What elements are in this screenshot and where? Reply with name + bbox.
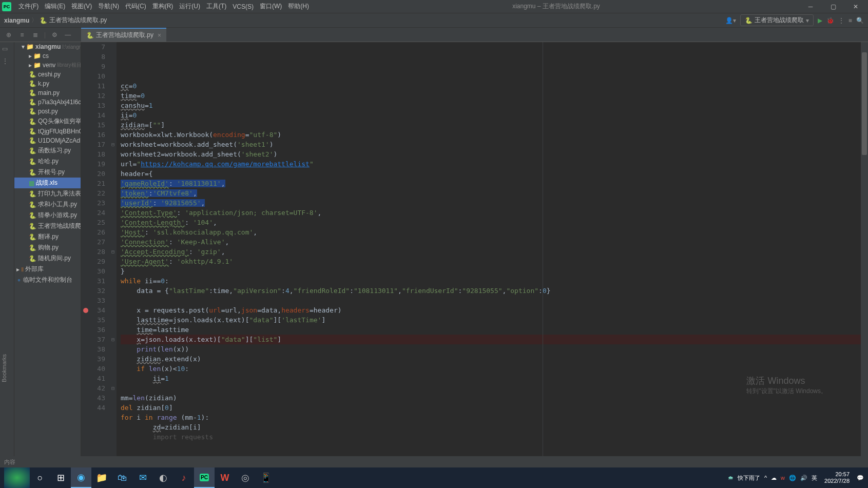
- fold-indicator[interactable]: [109, 198, 117, 208]
- menu-vcs[interactable]: VCS(S): [229, 3, 257, 10]
- fold-indicator[interactable]: [109, 227, 117, 237]
- menu-tools[interactable]: 工具(T): [203, 2, 229, 11]
- code-line[interactable]: lasttime=json.loads(x.text)["data"]['las…: [121, 315, 868, 325]
- minimize-button[interactable]: ─: [800, 0, 821, 13]
- code-line[interactable]: for i in range (mm-1):: [121, 413, 868, 422]
- line-number[interactable]: 17: [81, 140, 105, 149]
- fold-indicator[interactable]: [109, 257, 117, 266]
- tree-item[interactable]: 🐍p7ia3qAlxj41l6c: [14, 97, 81, 107]
- fold-indicator[interactable]: [109, 208, 117, 218]
- line-number[interactable]: 20: [81, 169, 105, 179]
- menu-window[interactable]: 窗口(W): [257, 2, 285, 11]
- stop-button[interactable]: ■: [848, 17, 852, 24]
- code-line[interactable]: print(len(x)): [121, 344, 868, 354]
- line-number[interactable]: 15: [81, 120, 105, 130]
- code-line[interactable]: header={: [121, 169, 868, 179]
- fold-indicator[interactable]: [109, 354, 117, 364]
- line-number[interactable]: 23: [81, 198, 105, 208]
- code-line[interactable]: x = requests.post(url=url,json=data,head…: [121, 305, 868, 315]
- fold-indicator[interactable]: [109, 374, 117, 383]
- line-number[interactable]: 9: [81, 62, 105, 71]
- mail-icon[interactable]: ✉: [132, 467, 153, 488]
- line-number[interactable]: 40: [81, 364, 105, 374]
- more-button[interactable]: ⋮: [838, 17, 844, 24]
- search-icon[interactable]: 🔍: [856, 17, 864, 24]
- menu-file[interactable]: 文件(F): [15, 2, 42, 11]
- line-number[interactable]: 35: [81, 315, 105, 325]
- close-tab-icon[interactable]: ×: [158, 32, 161, 39]
- menu-code[interactable]: 代码(C): [122, 2, 149, 11]
- code-line[interactable]: data = {"lastTime":time,"apiVersion":4,"…: [121, 286, 868, 296]
- code-line[interactable]: 'gameRoleId': '108113011',: [121, 179, 868, 188]
- fold-indicator[interactable]: [109, 188, 117, 198]
- menu-edit[interactable]: 编辑(E): [42, 2, 68, 11]
- line-number[interactable]: 29: [81, 257, 105, 266]
- tree-item[interactable]: 🐍开根号.py: [14, 167, 81, 178]
- code-line[interactable]: import requests: [121, 432, 868, 442]
- line-number[interactable]: 28: [81, 247, 105, 257]
- fold-indicator[interactable]: ⊟: [109, 140, 117, 149]
- line-number[interactable]: 41: [81, 374, 105, 383]
- tree-item[interactable]: 🐍main.py: [14, 88, 81, 97]
- add-user-icon[interactable]: 👤▾: [725, 17, 736, 24]
- menu-help[interactable]: 帮助(H): [285, 2, 312, 11]
- fold-indicator[interactable]: [109, 159, 117, 169]
- code-line[interactable]: 'Content-Length': '104',: [121, 218, 868, 227]
- tree-item[interactable]: ▦战绩.xls: [14, 178, 81, 188]
- code-line[interactable]: url="https://kohcamp.qq.com/game/morebat…: [121, 159, 868, 169]
- line-number[interactable]: 34: [81, 305, 105, 315]
- fold-indicator[interactable]: [109, 130, 117, 140]
- code-line[interactable]: 'Content-Type': 'application/json; chars…: [121, 208, 868, 218]
- fold-indicator[interactable]: [109, 218, 117, 227]
- tree-external-libs[interactable]: ▸ ⫴ 外部库: [14, 264, 81, 275]
- notification-icon[interactable]: 💬: [857, 475, 864, 481]
- fold-indicator[interactable]: [109, 62, 117, 71]
- line-number[interactable]: 26: [81, 227, 105, 237]
- expand-all-icon[interactable]: ≡: [17, 30, 27, 40]
- tree-item[interactable]: 🐍post.py: [14, 107, 81, 116]
- fold-indicator[interactable]: [109, 71, 117, 81]
- line-number[interactable]: 14: [81, 110, 105, 120]
- code-line[interactable]: zidian.extend(x): [121, 354, 868, 364]
- line-number[interactable]: 42: [81, 383, 105, 393]
- clock[interactable]: 20:57 2022/7/28: [821, 471, 853, 484]
- tree-item[interactable]: 🐍翻译.py: [14, 231, 81, 242]
- ime-indicator[interactable]: 英: [812, 474, 817, 482]
- code-line[interactable]: 'userId': '92815055',: [121, 198, 868, 208]
- tree-item[interactable]: 🐍QQ头像k值穷举.: [14, 116, 81, 127]
- phone-icon[interactable]: 📱: [256, 467, 276, 488]
- fold-indicator[interactable]: [109, 237, 117, 247]
- scrollbar-thumb[interactable]: [862, 52, 867, 155]
- code-line[interactable]: time=0: [121, 91, 868, 101]
- steam-icon[interactable]: ◐: [153, 467, 173, 488]
- code-line[interactable]: del zidian[0]: [121, 403, 868, 413]
- fold-indicator[interactable]: [109, 305, 117, 315]
- maximize-button[interactable]: ▢: [823, 0, 843, 13]
- code-line[interactable]: 'Host': 'ssl.kohsocialapp.qq.com',: [121, 227, 868, 237]
- fold-indicator[interactable]: [109, 110, 117, 120]
- fold-indicator[interactable]: ⊟: [109, 335, 117, 344]
- line-number[interactable]: 13: [81, 101, 105, 110]
- fold-indicator[interactable]: [109, 286, 117, 296]
- debug-button[interactable]: 🐞: [826, 17, 834, 24]
- run-configuration-selector[interactable]: 🐍 王者营地战绩爬取 ▾: [740, 14, 814, 26]
- weather-text[interactable]: 快下雨了: [738, 474, 760, 482]
- line-number[interactable]: 30: [81, 266, 105, 276]
- bookmarks-tool-tab[interactable]: Bookmarks: [0, 351, 8, 385]
- menu-refactor[interactable]: 重构(R): [149, 2, 177, 11]
- netease-music-icon[interactable]: ♪: [173, 467, 194, 488]
- tree-item[interactable]: ▸📁cs: [14, 51, 81, 61]
- tree-item[interactable]: 🐍王者营地战绩爬: [14, 221, 81, 231]
- run-button[interactable]: ▶: [818, 17, 822, 24]
- settings-icon[interactable]: ⚙: [50, 30, 59, 40]
- breadcrumb-file[interactable]: 王者营地战绩爬取.py: [49, 16, 107, 25]
- fold-indicator[interactable]: ⊟: [109, 383, 117, 393]
- fold-indicator[interactable]: [109, 276, 117, 286]
- code-line[interactable]: x=json.loads(x.text)["data"]["list"]: [121, 335, 868, 344]
- scrollbar[interactable]: [861, 42, 868, 456]
- code-line[interactable]: zidian=[""]: [121, 120, 868, 130]
- line-number[interactable]: 18: [81, 149, 105, 159]
- code-line[interactable]: 'token':'CM7tvfe8',: [121, 188, 868, 198]
- structure-tool-icon[interactable]: ⋮: [2, 57, 12, 68]
- code-line[interactable]: if len(x)<10:: [121, 364, 868, 374]
